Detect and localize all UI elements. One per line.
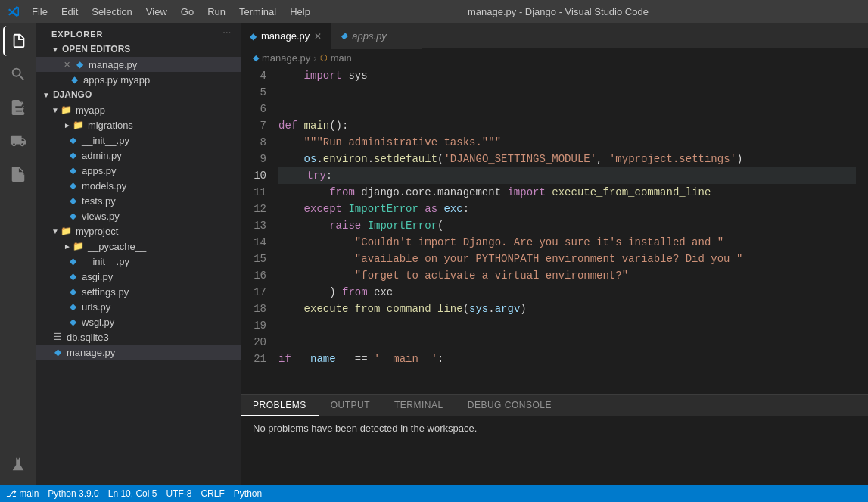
menu-help[interactable]: Help — [284, 5, 316, 19]
tab-bar: ◆ manage.py ✕ ◆ apps.py — [241, 23, 868, 49]
folder-pycache[interactable]: ► 📁 __pycache__ — [36, 239, 241, 254]
code-line-10: try: — [278, 167, 856, 184]
code-editor[interactable]: 4 5 6 7 8 9 10 11 12 13 14 15 16 17 18 1… — [241, 67, 868, 394]
file-asgi[interactable]: ◆ asgi.py — [36, 269, 241, 284]
close-icon[interactable]: ✕ — [64, 60, 70, 70]
status-python[interactable]: Python 3.9.0 — [48, 488, 98, 499]
ln-21: 21 — [247, 351, 266, 367]
open-file-manage-py[interactable]: ✕ ◆ manage.py — [36, 57, 241, 72]
file-admin[interactable]: ◆ admin.py — [36, 148, 241, 163]
open-editors-header[interactable]: ▼ OPEN EDITORS — [36, 42, 241, 57]
py-icon-4: ◆ — [67, 179, 79, 192]
file-models[interactable]: ◆ models.py — [36, 178, 241, 193]
folder-icon-2: 📁 — [73, 119, 85, 131]
status-language[interactable]: Python — [234, 488, 262, 499]
tab-problems[interactable]: PROBLEMS — [241, 395, 319, 416]
panel-tabs: PROBLEMS OUTPUT TERMINAL DEBUG CONSOLE — [241, 395, 868, 416]
tab-close-button[interactable]: ✕ — [314, 31, 322, 42]
tab-apps-py[interactable]: ◆ apps.py — [331, 23, 422, 49]
ln-5: 5 — [247, 84, 266, 101]
menu-selection[interactable]: Selection — [86, 5, 138, 19]
file-init-myproject[interactable]: ◆ __init__.py — [36, 254, 241, 269]
file-settings[interactable]: ◆ settings.py — [36, 284, 241, 299]
chevron-icon: ▼ — [51, 106, 59, 114]
git-icon[interactable] — [3, 92, 33, 123]
breadcrumb-file-icon: ◆ — [253, 53, 259, 63]
file-name-settings: settings.py — [82, 286, 129, 298]
py-icon-6: ◆ — [67, 210, 79, 222]
explorer-icon[interactable] — [3, 26, 33, 56]
window-title: manage.py - Django - Visual Studio Code — [468, 6, 649, 17]
menu-terminal[interactable]: Terminal — [233, 5, 282, 19]
ln-17: 17 — [247, 284, 266, 301]
folder-icon-4: 📁 — [73, 240, 85, 252]
ln-19: 19 — [247, 317, 266, 334]
file-manage-py[interactable]: ◆ manage.py — [36, 345, 241, 360]
py-icon-5: ◆ — [67, 195, 79, 207]
folder-myapp[interactable]: ▼ 📁 myapp — [36, 102, 241, 117]
ln-15: 15 — [247, 251, 266, 267]
code-line-13: raise ImportError( — [278, 217, 856, 234]
code-line-15: "available on your PYTHONPATH environmen… — [278, 251, 856, 267]
menu-edit[interactable]: Edit — [55, 5, 84, 19]
menu-view[interactable]: View — [140, 5, 173, 19]
chevron-right-icon-2: ► — [64, 242, 71, 251]
sidebar-content: ▼ OPEN EDITORS ✕ ◆ manage.py ◆ apps.py m… — [36, 42, 241, 485]
code-line-7: def main(): — [278, 117, 856, 134]
code-container: 4 5 6 7 8 9 10 11 12 13 14 15 16 17 18 1… — [241, 67, 868, 367]
folder-icon: 📁 — [61, 104, 73, 116]
file-name-admin: admin.py — [82, 150, 122, 161]
main-editor-area: ◆ manage.py ✕ ◆ apps.py ◆ manage.py › ⬡ … — [241, 23, 868, 485]
search-icon[interactable] — [3, 59, 33, 89]
py-icon-10: ◆ — [67, 301, 79, 313]
folder-myproject[interactable]: ▼ 📁 myproject — [36, 223, 241, 239]
ln-20: 20 — [247, 334, 266, 351]
folder-migrations[interactable]: ► 📁 migrations — [36, 117, 241, 133]
ln-9: 9 — [247, 151, 266, 167]
file-init-myapp[interactable]: ◆ __init__.py — [36, 133, 241, 148]
code-line-11: from django.core.management import execu… — [278, 184, 856, 201]
file-urls[interactable]: ◆ urls.py — [36, 299, 241, 314]
tab-terminal[interactable]: TERMINAL — [382, 395, 456, 416]
ln-16: 16 — [247, 267, 266, 284]
ln-8: 8 — [247, 134, 266, 151]
code-line-19 — [278, 317, 856, 334]
breadcrumb-file: manage.py — [262, 52, 310, 64]
code-line-17: ) from exc — [278, 284, 856, 301]
code-line-21: if __name__ == '__main__': — [278, 351, 856, 367]
flask-icon[interactable] — [3, 449, 33, 479]
code-line-16: "forget to activate a virtual environmen… — [278, 267, 856, 284]
menu-go[interactable]: Go — [175, 5, 200, 19]
app-body: EXPLORER ⋯ ▼ OPEN EDITORS ✕ ◆ manage.py … — [0, 23, 868, 485]
file-wsgi[interactable]: ◆ wsgi.py — [36, 314, 241, 329]
folder-name-myapp: myapp — [76, 104, 105, 116]
code-line-8: """Run administrative tasks.""" — [278, 134, 856, 151]
status-encoding: UTF-8 — [166, 488, 191, 499]
extensions-icon[interactable] — [3, 159, 33, 189]
menu-run[interactable]: Run — [201, 5, 232, 19]
open-file-apps-py[interactable]: ◆ apps.py myapp — [36, 72, 241, 87]
more-icon[interactable]: ⋯ — [222, 29, 232, 39]
ln-18: 18 — [247, 301, 266, 317]
file-name-urls: urls.py — [82, 301, 110, 313]
ln-11: 11 — [247, 184, 266, 201]
file-db-sqlite3[interactable]: ☰ db.sqlite3 — [36, 329, 241, 345]
bottom-panel: PROBLEMS OUTPUT TERMINAL DEBUG CONSOLE N… — [241, 394, 868, 485]
file-name-init-myproject: __init__.py — [82, 256, 129, 267]
breadcrumb-symbol: main — [331, 52, 352, 64]
file-name-views: views.py — [82, 210, 120, 222]
file-tests[interactable]: ◆ tests.py — [36, 193, 241, 208]
tab-debug-console[interactable]: DEBUG CONSOLE — [456, 395, 564, 416]
tab-py-icon: ◆ — [250, 31, 257, 42]
file-views[interactable]: ◆ views.py — [36, 208, 241, 223]
debug-icon[interactable] — [3, 126, 33, 156]
file-apps[interactable]: ◆ apps.py — [36, 163, 241, 178]
status-branch[interactable]: ⎇ main — [6, 488, 39, 499]
vscode-logo — [8, 5, 20, 17]
code-lines: import sys def main(): """Run administra… — [278, 67, 868, 367]
tab-manage-py[interactable]: ◆ manage.py ✕ — [241, 23, 331, 49]
menu-file[interactable]: File — [26, 5, 54, 19]
tab-output[interactable]: OUTPUT — [319, 395, 382, 416]
file-name-asgi: asgi.py — [82, 271, 113, 282]
django-section-header[interactable]: ▼ DJANGO — [36, 87, 241, 102]
